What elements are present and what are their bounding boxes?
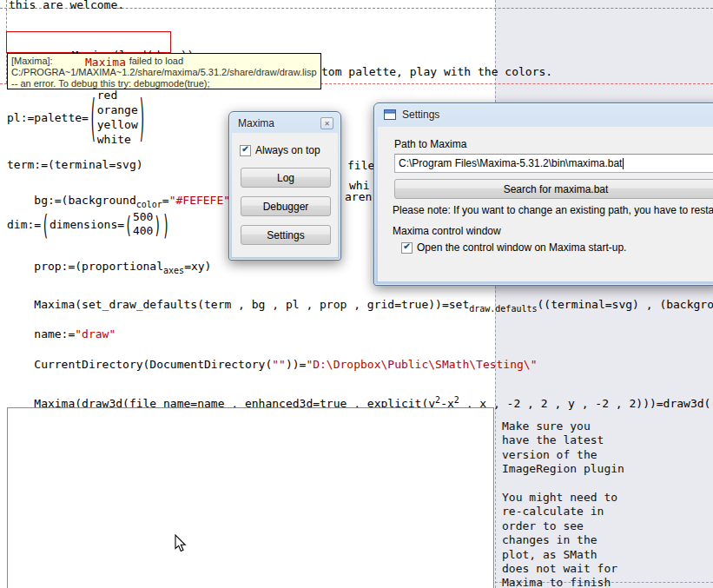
dir-pre: CurrentDirectory(DocumentDirectory( [34, 358, 272, 371]
text-fragment-file: file [347, 159, 374, 172]
worksheet-canvas[interactable]: this are welcome. msg:=Maxima(load(draw)… [0, 0, 713, 588]
error-tooltip: [Maxima]:failed to load C:/PROGRA~1/MAXI… [7, 53, 321, 89]
pl-lhs: pl:=palette= [7, 111, 89, 124]
directory-expression[interactable]: CurrentDirectory(DocumentDirectory(""))=… [7, 345, 538, 384]
path-label: Path to Maxima [394, 138, 466, 150]
text-fragment-aren: aren [345, 190, 372, 203]
maxima-window: Maxima ✕ ✔ Always on top Log Debugger Se… [228, 111, 341, 261]
path-value: C:\Program Files\Maxima-5.31.2\bin\maxim… [399, 157, 622, 169]
settings-window-client: Path to Maxima C:\Program Files\Maxima-5… [378, 127, 713, 281]
dir-empty-string: "" [272, 358, 286, 371]
always-on-top-checkbox[interactable]: ✔ Always on top [240, 144, 320, 156]
draw3d-sup2: 2 [454, 395, 459, 405]
pl-items: red orange yellow white [97, 88, 138, 147]
draw3d-sup1: 2 [435, 395, 440, 405]
control-window-section-label: Maxima control window [393, 225, 501, 237]
dir-string: "D:\Dropbox\Public\SMath\Testing\" [306, 358, 537, 371]
dim-pre: dim:= [7, 218, 41, 231]
prop-expression[interactable]: prop:=(proportionalaxes=xy) [7, 247, 211, 286]
dir-mid: ))= [286, 358, 306, 371]
setdraw-rhs: ((terminal=svg) , (backgroun [538, 298, 713, 311]
checkbox-box[interactable]: ✔ [240, 145, 251, 156]
term-expression[interactable]: term:=(terminal=svg) [7, 158, 143, 171]
pl-expression[interactable]: pl:=palette= ( red orange yellow white ) [7, 87, 147, 148]
restart-note: Please note: If you want to change an ex… [393, 204, 713, 216]
name-lhs: name:= [34, 327, 75, 340]
name-string: "draw" [75, 327, 116, 340]
dim-base: dimensions= [50, 218, 124, 231]
settings-window-titlebar[interactable]: Settings [374, 103, 713, 126]
setdraw-lhs: Maxima(set_draw_defaults(term , bg , pl … [34, 298, 469, 311]
settings-button[interactable]: Settings [241, 225, 331, 245]
prop-post: =xy) [184, 260, 211, 273]
search-maxima-button[interactable]: Search for maxima.bat [394, 179, 713, 199]
notes-text[interactable]: Make sure you have the latest version of… [502, 420, 624, 588]
maxima-window-client: ✔ Always on top Log Debugger Settings [232, 133, 338, 257]
open-paren: ( [89, 89, 97, 146]
checkbox-label: Open the control window on Maxima start-… [417, 241, 626, 254]
tooltip-line-2: C:/PROGRA~1/MAXIMA~1.2/share/maxima/5.31… [11, 67, 317, 78]
close-paren: ) [162, 208, 170, 241]
text-caret [623, 158, 624, 169]
check-icon: ✔ [403, 242, 410, 251]
mouse-cursor [175, 534, 187, 556]
tooltip-line-1: [Maxima]:failed to load [11, 56, 317, 67]
close-button[interactable]: ✕ [320, 117, 333, 129]
checkbox-label: Always on top [255, 144, 320, 156]
page-top-text[interactable]: this are welcome. [9, 0, 124, 11]
tooltip-line-3: -- an error. To debug this try: debugmod… [11, 78, 317, 89]
maxima-path-input[interactable]: C:\Program Files\Maxima-5.31.2\bin\maxim… [394, 154, 713, 173]
settings-window: Settings Path to Maxima C:\Program Files… [373, 102, 713, 286]
prop-pre: prop:=(proportional [34, 260, 163, 273]
plot-region[interactable] [7, 407, 494, 588]
bg-eq: = [162, 194, 169, 207]
open-paren: ( [124, 210, 133, 238]
prop-sub: axes [163, 266, 184, 275]
checkbox-box[interactable]: ✔ [401, 242, 413, 254]
maxima-window-title: Maxima [238, 117, 274, 129]
open-paren: ( [41, 208, 50, 241]
close-paren: ) [153, 210, 162, 238]
dim-expression[interactable]: dim:= ( dimensions= ( 500 400 ) ) [7, 208, 170, 240]
open-control-window-checkbox[interactable]: ✔ Open the control window on Maxima star… [401, 241, 626, 254]
stale-redraw-text: Maxima [85, 56, 126, 69]
bg-string: "#FEFEFE" [169, 194, 230, 207]
log-button[interactable]: Log [241, 168, 331, 188]
setdraw-sub: draw.defaults [469, 304, 537, 314]
settings-window-title: Settings [402, 109, 439, 121]
bg-pre: bg:=(background [34, 194, 135, 207]
check-icon: ✔ [241, 145, 248, 154]
close-icon: ✕ [324, 120, 330, 128]
dim-values: 500 400 [133, 210, 153, 238]
settings-window-icon [383, 108, 397, 122]
draw3d-p3: , x , -2 , 2 , y , -2 , 2)))=draw3d((fil… [459, 397, 713, 410]
debugger-button[interactable]: Debugger [241, 196, 331, 216]
palette-note-text[interactable]: tom palette, play with the colors. [321, 65, 552, 78]
close-paren: ) [138, 89, 147, 146]
